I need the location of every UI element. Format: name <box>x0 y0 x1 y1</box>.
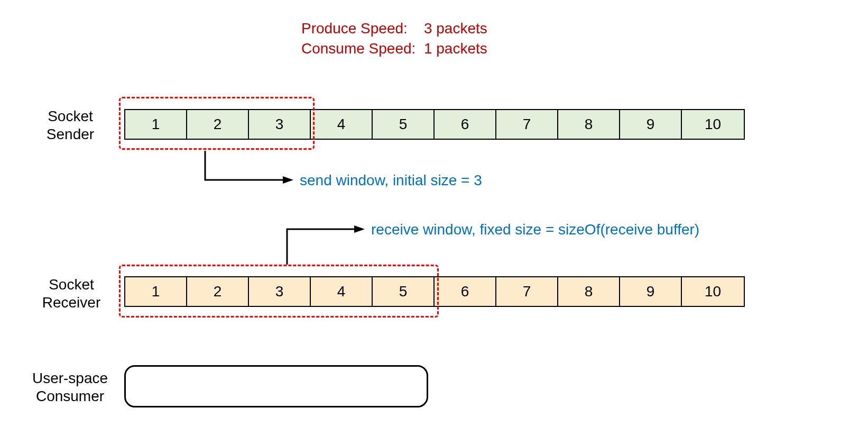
produce-speed-value: 3 packets <box>424 20 487 37</box>
receive-window-box <box>119 265 439 318</box>
svg-marker-0 <box>283 176 293 184</box>
receive-window-annotation: receive window, fixed size = sizeOf(rece… <box>371 221 699 238</box>
produce-speed-line: Produce Speed: 3 packets <box>301 19 487 39</box>
receiver-cell: 6 <box>435 277 496 306</box>
sender-cell: 8 <box>558 110 620 139</box>
send-window-box <box>119 97 315 150</box>
receiver-cell: 8 <box>558 277 620 306</box>
receiver-cell: 7 <box>496 277 558 306</box>
sender-cell: 5 <box>373 110 435 139</box>
receiver-cell: 9 <box>620 277 682 306</box>
sender-label: Socket Sender <box>36 107 105 143</box>
receiver-label: Socket Receiver <box>34 276 108 311</box>
sender-cell: 10 <box>682 110 744 139</box>
produce-speed-label: Produce Speed: <box>301 20 408 37</box>
receiver-cell: 10 <box>682 277 744 306</box>
send-window-arrow <box>201 151 296 191</box>
sender-cell: 7 <box>496 110 558 139</box>
sender-cell: 9 <box>620 110 682 139</box>
send-window-annotation: send window, initial size = 3 <box>300 172 482 189</box>
speed-info: Produce Speed: 3 packets Consume Speed: … <box>301 19 487 59</box>
consumer-label-text: User-space Consumer <box>32 370 108 404</box>
consume-speed-line: Consume Speed: 1 packets <box>301 39 487 59</box>
svg-marker-1 <box>354 225 365 233</box>
sender-cell: 4 <box>311 110 373 139</box>
consumer-label: User-space Consumer <box>21 369 119 405</box>
consumer-box <box>124 365 428 407</box>
consume-speed-value: 1 packets <box>424 40 487 57</box>
sender-cell: 6 <box>435 110 496 139</box>
receive-window-arrow <box>283 221 367 266</box>
receiver-label-text: Socket Receiver <box>42 276 100 311</box>
sender-label-text: Socket Sender <box>47 108 94 142</box>
consume-speed-label: Consume Speed: <box>301 40 415 57</box>
